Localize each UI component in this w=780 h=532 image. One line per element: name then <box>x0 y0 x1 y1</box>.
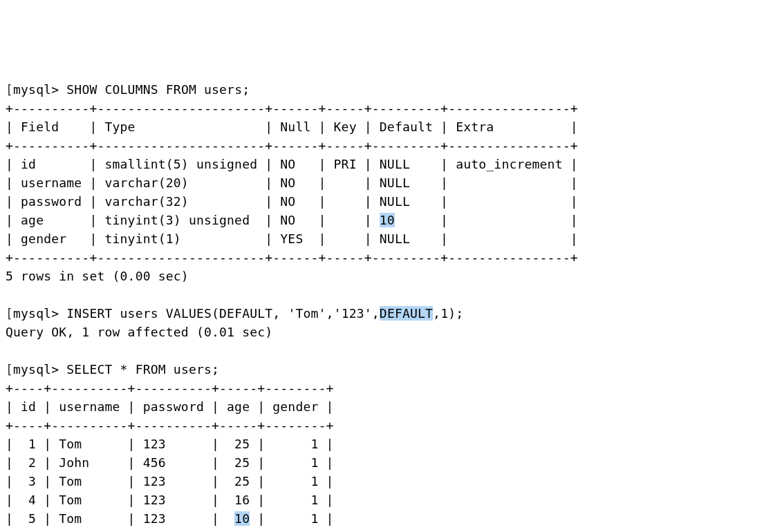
table-border: +----------+----------------------+-----… <box>6 250 578 265</box>
table-row: | username | varchar(20) | NO | | NULL |… <box>6 175 578 190</box>
prompt-bracket: [ <box>6 362 13 377</box>
mysql-prompt: mysql> <box>13 362 59 377</box>
highlighted-default-keyword: DEFAULT <box>380 306 433 321</box>
highlighted-default-value: 10 <box>380 213 395 227</box>
sql-command-show-columns[interactable]: SHOW COLUMNS FROM users; <box>66 82 250 97</box>
table-border: +----+----------+----------+-----+------… <box>6 418 334 433</box>
table-row: | 5 | Tom | 123 | 10 | 1 | <box>6 511 334 526</box>
table-row: | 2 | John | 456 | 25 | 1 | <box>6 455 334 470</box>
table-row: | gender | tinyint(1) | YES | | NULL | | <box>6 231 578 246</box>
mysql-prompt: mysql> <box>13 306 59 321</box>
sql-command-select[interactable]: SELECT * FROM users; <box>66 362 219 377</box>
table-row: | 1 | Tom | 123 | 25 | 1 | <box>6 437 334 451</box>
table-row: | age | tinyint(3) unsigned | NO | | 10 … <box>6 213 578 227</box>
result-summary: 5 rows in set (0.00 sec) <box>6 269 189 283</box>
table-row: | id | smallint(5) unsigned | NO | PRI |… <box>6 157 578 171</box>
table-header-row: | id | username | password | age | gende… <box>6 399 334 414</box>
table-row: | 4 | Tom | 123 | 16 | 1 | <box>6 493 334 507</box>
mysql-prompt: mysql> <box>13 82 59 97</box>
prompt-bracket: [ <box>6 306 13 321</box>
query-ok-message: Query OK, 1 row affected (0.01 sec) <box>6 325 272 339</box>
table-border: +----------+----------------------+-----… <box>6 101 578 115</box>
terminal-output: [mysql> SHOW COLUMNS FROM users; +------… <box>6 82 578 532</box>
sql-command-insert[interactable]: INSERT users VALUES(DEFAULT, 'Tom','123'… <box>66 306 463 321</box>
prompt-bracket: [ <box>6 82 13 97</box>
table-border: +----------+----------------------+-----… <box>6 138 578 153</box>
table-row: | 3 | Tom | 123 | 25 | 1 | <box>6 474 334 488</box>
table-row: | password | varchar(32) | NO | | NULL |… <box>6 194 578 209</box>
highlighted-inserted-value: 10 <box>234 511 250 526</box>
table-border: +----+----------+----------+-----+------… <box>6 381 334 395</box>
table-header-row: | Field | Type | Null | Key | Default | … <box>6 120 578 134</box>
